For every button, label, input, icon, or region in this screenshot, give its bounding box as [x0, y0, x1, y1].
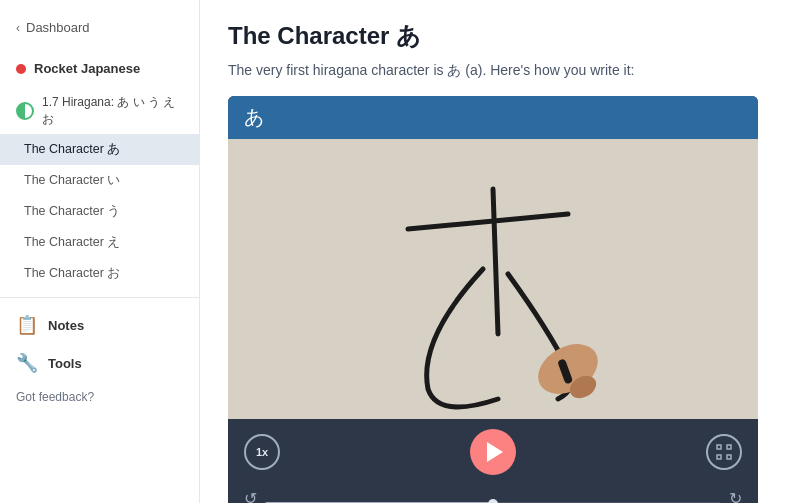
play-button[interactable]: [470, 429, 516, 475]
sidebar-item-label: The Character お: [24, 266, 120, 280]
video-drawing: [228, 139, 758, 419]
drawing-svg: [228, 139, 758, 419]
course-dot-icon: [16, 64, 26, 74]
sidebar-item-い[interactable]: The Character い: [0, 165, 199, 196]
svg-rect-0: [228, 139, 758, 419]
subtitle-char: あ: [447, 62, 461, 78]
progress-knob[interactable]: [488, 499, 498, 503]
video-controls-bar: 1x: [228, 419, 758, 485]
svg-rect-9: [727, 455, 731, 459]
sidebar-item-お[interactable]: The Character お: [0, 258, 199, 289]
course-title: Rocket Japanese: [0, 53, 199, 84]
sidebar-item-ア[interactable]: The Character あ: [0, 134, 199, 165]
sidebar-item-う[interactable]: The Character う: [0, 196, 199, 227]
dashboard-link[interactable]: ‹ Dashboard: [0, 12, 199, 43]
play-icon: [487, 442, 503, 462]
progress-icon: [16, 102, 34, 120]
svg-rect-8: [717, 455, 721, 459]
back-arrow-icon: ‹: [16, 21, 20, 35]
main-content: The Character あ The very first hiragana …: [200, 0, 800, 503]
feedback-link[interactable]: Got feedback?: [0, 382, 199, 412]
notes-label: Notes: [48, 318, 84, 333]
page-title: The Character あ: [228, 20, 772, 52]
course-title-label: Rocket Japanese: [34, 61, 140, 76]
sidebar-section-hiragana[interactable]: 1.7 Hiragana: あ い う え お: [0, 88, 199, 134]
subtitle-prefix: The very first hiragana character is: [228, 62, 447, 78]
skip-fwd-icon: ↻: [729, 489, 742, 503]
video-container: あ: [228, 96, 758, 503]
skip-back-icon: ↺: [244, 489, 257, 503]
sidebar-item-label: The Character う: [24, 204, 120, 218]
section-label: 1.7 Hiragana: あ い う え お: [42, 94, 183, 128]
video-header: あ: [228, 96, 758, 139]
sidebar: ‹ Dashboard Rocket Japanese 1.7 Hiragana…: [0, 0, 200, 503]
dashboard-label: Dashboard: [26, 20, 90, 35]
fullscreen-button[interactable]: [706, 434, 742, 470]
sidebar-notes-item[interactable]: 📋 Notes: [0, 306, 199, 344]
subtitle-suffix: (a). Here's how you write it:: [461, 62, 634, 78]
feedback-label: Got feedback?: [16, 390, 94, 404]
tools-label: Tools: [48, 356, 82, 371]
progress-row: ↺ 10 ↻ 10: [228, 485, 758, 503]
video-header-char: あ: [244, 106, 264, 128]
notes-icon: 📋: [16, 314, 38, 336]
sidebar-item-え[interactable]: The Character え: [0, 227, 199, 258]
sidebar-item-label: The Character い: [24, 173, 120, 187]
page-subtitle: The very first hiragana character is あ (…: [228, 62, 772, 80]
tools-icon: 🔧: [16, 352, 38, 374]
skip-forward-button[interactable]: ↻ 10: [729, 489, 742, 503]
sidebar-item-label: The Character あ: [24, 142, 120, 156]
skip-back-button[interactable]: ↺ 10: [244, 489, 257, 503]
video-frame: [228, 139, 758, 419]
sidebar-item-label: The Character え: [24, 235, 120, 249]
speed-button[interactable]: 1x: [244, 434, 280, 470]
lesson-items-list: The Character あ The Character い The Char…: [0, 134, 199, 289]
fullscreen-icon: [716, 444, 732, 460]
svg-rect-6: [717, 445, 721, 449]
svg-rect-7: [727, 445, 731, 449]
sidebar-divider: [0, 297, 199, 298]
sidebar-tools-item[interactable]: 🔧 Tools: [0, 344, 199, 382]
